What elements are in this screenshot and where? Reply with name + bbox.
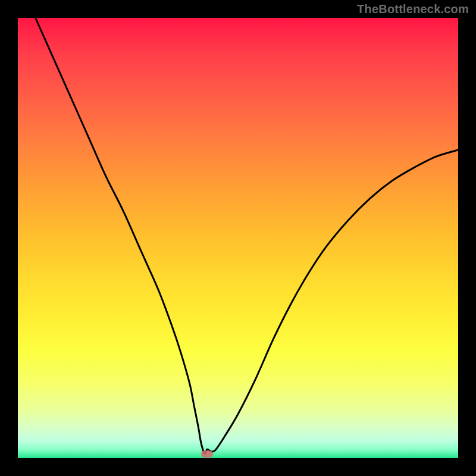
curve-svg [18,18,458,458]
bottleneck-curve-line [36,18,458,454]
outer-frame: TheBottleneck.com [0,0,476,476]
optimal-point-marker [201,450,213,458]
plot-area [18,18,458,458]
watermark-text: TheBottleneck.com [357,2,469,16]
